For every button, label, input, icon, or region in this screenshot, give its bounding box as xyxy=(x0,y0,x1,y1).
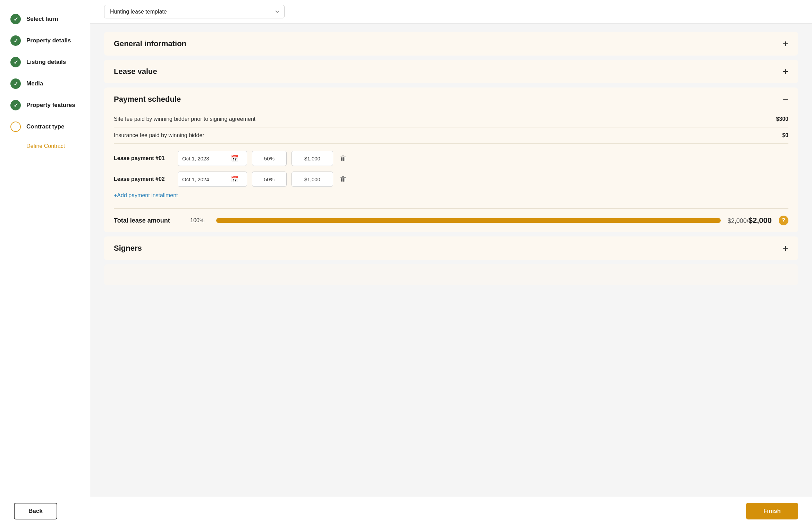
sidebar-item-listing-details[interactable]: ✓ Listing details xyxy=(10,57,79,67)
payment-schedule-body: Site fee paid by winning bidder prior to… xyxy=(114,111,788,225)
payment-02-amount-input[interactable] xyxy=(291,172,333,187)
svg-rect-9 xyxy=(342,178,344,182)
total-numerator: $2,000/ xyxy=(728,217,748,224)
total-row: Total lease amount 100% $2,000/$2,000 ? xyxy=(114,208,788,225)
sidebar-label-select-farm: Select farm xyxy=(26,16,58,23)
help-icon[interactable]: ? xyxy=(779,216,788,225)
payment-row-01: Lease payment #01 📅 xyxy=(114,151,788,166)
insurance-fee-value: $0 xyxy=(782,132,788,139)
completed-icon-property-features: ✓ xyxy=(10,100,21,110)
svg-rect-8 xyxy=(345,178,345,182)
completed-icon-listing-details: ✓ xyxy=(10,57,21,67)
sidebar-label-contract-type: Contract type xyxy=(26,123,65,130)
general-information-title: General information xyxy=(114,39,186,48)
payment-02-percent-input[interactable] xyxy=(252,172,287,187)
sidebar-label-listing-details: Listing details xyxy=(26,59,66,66)
general-information-header[interactable]: General information + xyxy=(114,39,788,49)
sidebar-item-select-farm[interactable]: ✓ Select farm xyxy=(10,14,79,24)
back-button[interactable]: Back xyxy=(14,503,57,519)
svg-rect-6 xyxy=(342,176,344,177)
payment-02-date-wrap: 📅 xyxy=(178,172,247,187)
signers-header[interactable]: Signers + xyxy=(114,243,788,253)
site-fee-row: Site fee paid by winning bidder prior to… xyxy=(114,111,788,127)
signers-title: Signers xyxy=(114,244,142,253)
sidebar-item-contract-type[interactable]: Contract type xyxy=(10,122,79,132)
sidebar-label-media: Media xyxy=(26,80,43,87)
active-icon-contract-type xyxy=(10,122,21,132)
svg-rect-3 xyxy=(345,157,345,161)
payment-01-percent-input[interactable] xyxy=(252,151,287,166)
svg-rect-7 xyxy=(341,178,342,182)
sidebar-sub-label-define-contract: Define Contract xyxy=(26,143,65,149)
total-denominator: $2,000 xyxy=(748,216,772,225)
general-information-panel: General information + xyxy=(104,32,798,56)
svg-rect-4 xyxy=(342,157,344,161)
main-content: Hunting lease template General informati… xyxy=(90,0,812,525)
completed-icon-select-farm: ✓ xyxy=(10,14,21,24)
sidebar: ✓ Select farm ✓ Property details ✓ Listi… xyxy=(0,0,90,525)
completed-icon-media: ✓ xyxy=(10,78,21,89)
payment-01-date-wrap: 📅 xyxy=(178,151,247,166)
payment-rows: Lease payment #01 📅 xyxy=(114,151,788,187)
completed-icon-property-details: ✓ xyxy=(10,35,21,46)
signers-panel: Signers + xyxy=(104,236,798,260)
svg-rect-5 xyxy=(340,177,346,178)
sidebar-item-media[interactable]: ✓ Media xyxy=(10,78,79,89)
insurance-fee-row: Insurance fee paid by winning bidder $0 xyxy=(114,127,788,144)
site-fee-value: $300 xyxy=(776,116,788,122)
general-information-toggle[interactable]: + xyxy=(783,39,788,49)
payment-02-label: Lease payment #02 xyxy=(114,176,173,182)
svg-rect-0 xyxy=(340,157,346,157)
add-installment-button[interactable]: +Add payment installment xyxy=(114,192,178,199)
payment-02-date-input[interactable] xyxy=(182,176,231,182)
sidebar-label-property-details: Property details xyxy=(26,37,71,44)
payment-01-amount-input[interactable] xyxy=(291,151,333,166)
lease-value-header[interactable]: Lease value + xyxy=(114,67,788,76)
signers-toggle[interactable]: + xyxy=(783,243,788,253)
payment-schedule-header[interactable]: Payment schedule − xyxy=(114,94,788,104)
partial-section xyxy=(104,264,798,285)
sidebar-item-property-details[interactable]: ✓ Property details xyxy=(10,35,79,46)
lease-value-toggle[interactable]: + xyxy=(783,67,788,76)
template-select[interactable]: Hunting lease template xyxy=(104,5,285,18)
top-bar: Hunting lease template xyxy=(90,0,812,24)
sidebar-item-property-features[interactable]: ✓ Property features xyxy=(10,100,79,110)
bottom-bar: Back Finish xyxy=(0,497,812,525)
content-area: General information + Lease value + Paym… xyxy=(90,24,812,293)
payment-01-label: Lease payment #01 xyxy=(114,155,173,161)
payment-row-02: Lease payment #02 📅 xyxy=(114,172,788,187)
payment-schedule-toggle[interactable]: − xyxy=(783,94,788,104)
progress-bar-fill xyxy=(216,218,721,223)
sidebar-label-property-features: Property features xyxy=(26,102,75,109)
payment-01-date-input[interactable] xyxy=(182,156,231,161)
payment-02-calendar-icon[interactable]: 📅 xyxy=(231,175,238,183)
total-percent: 100% xyxy=(190,217,209,224)
total-label: Total lease amount xyxy=(114,217,183,224)
finish-button[interactable]: Finish xyxy=(746,503,798,519)
payment-schedule-title: Payment schedule xyxy=(114,95,181,104)
sidebar-sub-item-define-contract[interactable]: Define Contract xyxy=(10,143,79,149)
payment-schedule-panel: Payment schedule − Site fee paid by winn… xyxy=(104,88,798,232)
svg-rect-1 xyxy=(342,156,344,156)
insurance-fee-label: Insurance fee paid by winning bidder xyxy=(114,132,204,139)
lease-value-panel: Lease value + xyxy=(104,60,798,83)
lease-value-title: Lease value xyxy=(114,67,157,76)
payment-01-calendar-icon[interactable]: 📅 xyxy=(231,155,238,162)
total-amount: $2,000/$2,000 xyxy=(728,216,772,225)
svg-rect-2 xyxy=(341,157,342,161)
payment-01-delete-button[interactable] xyxy=(338,153,348,164)
progress-bar-wrap xyxy=(216,218,721,223)
payment-02-delete-button[interactable] xyxy=(338,174,348,184)
site-fee-label: Site fee paid by winning bidder prior to… xyxy=(114,116,255,122)
